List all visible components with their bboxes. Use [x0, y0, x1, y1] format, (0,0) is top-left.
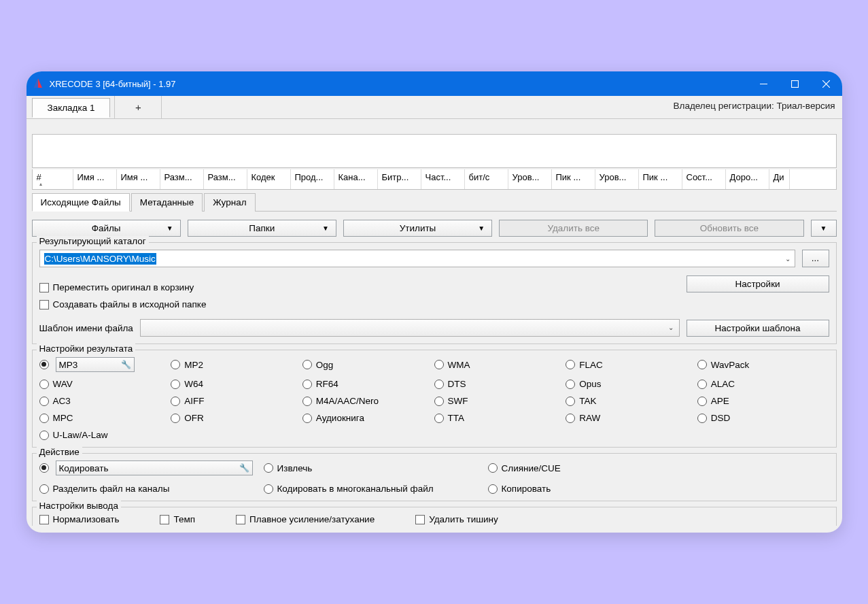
column-header[interactable]: Разм... [160, 169, 204, 189]
format-aiff[interactable]: AIFF [171, 396, 302, 406]
group-legend: Настройки вывода [37, 501, 121, 511]
radio-icon [171, 380, 180, 389]
output-path-combo[interactable]: C:\Users\MANSORY\Music ⌄ [39, 250, 795, 267]
radio-icon [264, 463, 273, 473]
remove-silence-checkbox[interactable]: Удалить тишину [415, 514, 498, 524]
action-extract[interactable]: Извлечь [264, 460, 488, 475]
template-settings-button[interactable]: Настройки шаблона [687, 320, 829, 337]
settings-button[interactable]: Настройки [687, 275, 829, 292]
format-flac[interactable]: FLAC [566, 357, 697, 372]
format-wma[interactable]: WMA [434, 357, 566, 372]
column-header[interactable]: Уров... [595, 169, 639, 189]
format-dts[interactable]: DTS [434, 379, 566, 389]
radio-icon [566, 360, 575, 369]
maximize-button[interactable] [780, 71, 811, 96]
format-w64[interactable]: W64 [171, 379, 302, 389]
column-header[interactable]: Доро... [726, 169, 769, 189]
format-swf[interactable]: SWF [434, 396, 566, 406]
format-alac[interactable]: ALAC [697, 379, 829, 389]
files-button[interactable]: Файлы▼ [32, 220, 181, 237]
format-ofr[interactable]: OFR [171, 413, 302, 423]
dropdown-extra-button[interactable]: ▼ [811, 220, 837, 237]
wrench-icon: 🔧 [239, 463, 249, 473]
tab-bookmark-1[interactable]: Закладка 1 [32, 98, 111, 118]
column-header[interactable]: бит/с [465, 169, 508, 189]
folders-button[interactable]: Папки▼ [188, 220, 336, 237]
format-raw[interactable]: RAW [566, 413, 697, 423]
column-header[interactable]: #▴ [33, 169, 73, 189]
tempo-checkbox[interactable]: Темп [160, 514, 195, 524]
column-header[interactable]: Пик ... [639, 169, 682, 189]
document-tabs: Закладка 1 + Владелец регистрации: Триал… [27, 96, 842, 119]
action-split[interactable]: Разделить файл на каналы [39, 484, 264, 494]
filename-template-label: Шаблон имени файла [39, 323, 133, 333]
format-ulaw[interactable]: U-Law/A-Law [39, 430, 171, 440]
format-m4a[interactable]: M4A/AAC/Nero [302, 396, 434, 406]
move-original-checkbox[interactable]: Переместить оригинал в корзину [39, 282, 194, 292]
column-header[interactable]: Уров... [508, 169, 552, 189]
format-mp3[interactable]: MP3🔧 [39, 357, 171, 372]
fade-checkbox[interactable]: Плавное усиление/затухание [236, 514, 375, 524]
format-mp2[interactable]: MP2 [171, 357, 302, 372]
format-ac3[interactable]: AC3 [39, 396, 171, 406]
column-header[interactable]: Кана... [334, 169, 378, 189]
radio-icon [566, 397, 575, 406]
format-wavpack[interactable]: WavPack [697, 357, 829, 372]
column-header[interactable]: Прод... [291, 169, 334, 189]
utils-button[interactable]: Утилиты▼ [343, 220, 492, 237]
registration-label: Владелец регистрации: Триал-версия [674, 101, 835, 111]
format-wav[interactable]: WAV [39, 379, 171, 389]
format-dsd[interactable]: DSD [697, 413, 829, 423]
chevron-down-icon: ▼ [478, 224, 485, 232]
tab-add-button[interactable]: + [114, 96, 162, 118]
chevron-down-icon: ▼ [820, 224, 827, 232]
column-header[interactable]: Ди [769, 169, 790, 189]
radio-icon [302, 360, 312, 369]
checkbox-icon [236, 515, 245, 524]
action-copy[interactable]: Копировать [488, 484, 829, 494]
column-header[interactable]: Кодек [247, 169, 291, 189]
refresh-all-button[interactable]: Обновить все [655, 220, 803, 237]
format-opus[interactable]: Opus [566, 379, 697, 389]
radio-icon [434, 360, 444, 369]
format-ogg[interactable]: Ogg [302, 357, 434, 372]
lower-tabs: Исходящие Файлы Метаданные Журнал [32, 192, 837, 212]
column-header[interactable]: Част... [421, 169, 465, 189]
column-header[interactable]: Имя ... [73, 169, 117, 189]
delete-all-button[interactable]: Удалить все [499, 220, 648, 237]
column-header[interactable]: Разм... [204, 169, 247, 189]
filename-template-combo[interactable]: ⌄ [140, 319, 680, 337]
format-rf64[interactable]: RF64 [302, 379, 434, 389]
column-header[interactable]: Имя ... [117, 169, 160, 189]
format-field[interactable]: MP3🔧 [56, 357, 135, 372]
radio-icon [697, 360, 707, 369]
format-tta[interactable]: TTA [434, 413, 566, 423]
tab-log[interactable]: Журнал [204, 193, 255, 212]
radio-icon [39, 397, 49, 406]
column-header[interactable]: Битр... [378, 169, 421, 189]
action-merge[interactable]: Слияние/CUE [488, 460, 829, 475]
format-audiobook[interactable]: Аудиокнига [302, 413, 434, 423]
normalize-checkbox[interactable]: Нормализовать [39, 514, 120, 524]
action-multichannel[interactable]: Кодировать в многоканальный файл [264, 484, 488, 494]
group-legend: Действие [37, 447, 82, 457]
column-header[interactable]: Сост... [682, 169, 726, 189]
app-window: XRECODE 3 [64-битный] - 1.97 Закладка 1 … [27, 71, 842, 533]
format-ape[interactable]: APE [697, 396, 829, 406]
main-button-row: Файлы▼ Папки▼ Утилиты▼ Удалить все Обнов… [32, 220, 837, 237]
result-catalog-group: Результирующий каталог C:\Users\MANSORY\… [32, 242, 837, 344]
file-list-area[interactable] [32, 134, 837, 168]
column-header[interactable]: Пик ... [552, 169, 595, 189]
tab-outgoing-files[interactable]: Исходящие Файлы [32, 193, 130, 212]
action-field[interactable]: Кодировать🔧 [56, 460, 253, 475]
create-in-source-checkbox[interactable]: Создавать файлы в исходной папке [39, 299, 829, 309]
action-encode[interactable]: Кодировать🔧 [39, 460, 264, 475]
format-mpc[interactable]: MPC [39, 413, 171, 423]
format-tak[interactable]: TAK [566, 396, 697, 406]
result-settings-group: Настройки результата MP3🔧 MP2 Ogg WMA FL… [32, 350, 837, 448]
tab-metadata[interactable]: Метаданные [131, 193, 203, 212]
minimize-button[interactable] [748, 71, 780, 96]
radio-icon [697, 380, 707, 389]
browse-button[interactable]: ... [802, 250, 829, 267]
close-button[interactable] [811, 71, 842, 96]
